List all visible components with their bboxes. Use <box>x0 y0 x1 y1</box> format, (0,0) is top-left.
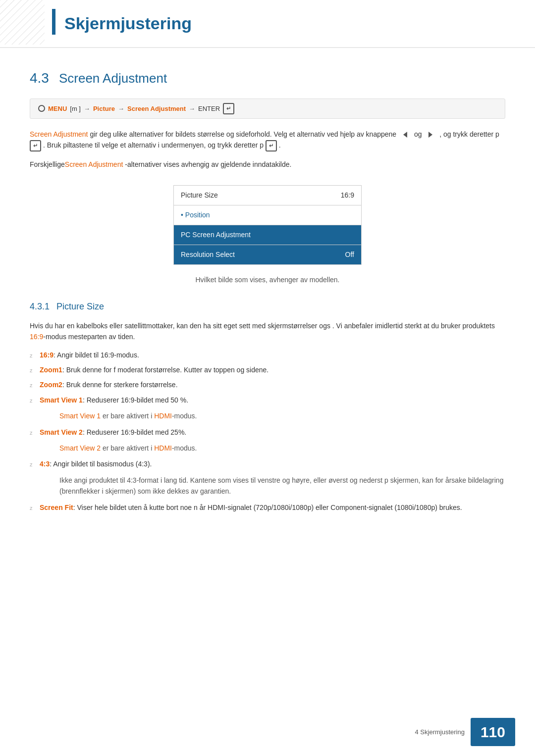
menu-circle-icon <box>38 105 45 112</box>
term-169: 16:9 <box>40 351 54 359</box>
list-item-zoom1: z Zoom1: Bruk denne for f moderat forstø… <box>30 364 505 375</box>
svg-rect-1 <box>0 0 45 45</box>
list-item-zoom2: z Zoom2: Bruk denne for sterkere forstør… <box>30 379 505 390</box>
section-number: 4.3 <box>30 68 49 89</box>
section-43-header: 4.3 Screen Adjustment <box>30 68 505 89</box>
term-zoom1: Zoom1 <box>40 366 62 374</box>
footer-chapter: 4 Skjermjustering <box>415 727 465 737</box>
sv1-note-hdmi: HDMI <box>154 412 172 420</box>
svg-marker-3 <box>428 132 432 138</box>
picture-size-list-4: z Screen Fit: Viser hele bildet uten å k… <box>30 502 505 513</box>
menu-row-label-position: • Position <box>181 210 210 220</box>
list-item-smartview1: z Smart View 1: Reduserer 16:9-bildet me… <box>30 395 505 405</box>
subsection-description: Hvis du har en kabelboks eller satellitt… <box>30 320 505 343</box>
desc1-text5: . <box>279 141 281 149</box>
desc2-term: Screen Adjustment <box>65 160 123 168</box>
menu-screen-adjustment: Screen Adjustment <box>127 104 186 114</box>
sv1-note-term: Smart View 1 <box>59 412 101 420</box>
svg-marker-2 <box>403 132 407 138</box>
menu-path: MENU [m ] → Picture → Screen Adjustment … <box>30 99 505 119</box>
picture-size-list: z 16:9: Angir bildet til 16:9-modus. z Z… <box>30 350 505 406</box>
menu-row-value-resolution: Off <box>345 250 354 260</box>
subnote-sv1: Smart View 1 er bare aktivert i HDMI-mod… <box>59 410 505 421</box>
list-item-screenfit: z Screen Fit: Viser hele bildet uten å k… <box>30 502 505 513</box>
desc1-term: Screen Adjustment <box>30 130 88 138</box>
menu-row-resolution: Resolution Select Off <box>174 245 361 264</box>
sv2-note-term: Smart View 2 <box>59 444 101 452</box>
desc1-og: og <box>414 130 424 138</box>
desc1-text1: gir deg ulike alternativer for bildets s… <box>90 130 396 138</box>
bullet-sv1: z <box>30 397 35 405</box>
subnote-43: Ikke angi produktet til 4:3-format i lan… <box>59 475 505 497</box>
menu-row-label-picture-size: Picture Size <box>181 190 218 201</box>
section-title: Screen Adjustment <box>59 69 167 88</box>
enter-icon-3: ↵ <box>266 140 277 152</box>
list-item-screenfit-text: Screen Fit: Viser hele bildet uten å kut… <box>40 502 462 513</box>
list-item-sv2-text: Smart View 2: Reduserer 16:9-bildet med … <box>40 427 186 438</box>
picture-size-list-3: z 4:3: Angir bildet til basismodus (4:3)… <box>30 458 505 469</box>
desc1-arrows <box>400 129 410 140</box>
page-title: Skjermjustering <box>64 11 192 36</box>
term-sv2: Smart View 2 <box>40 428 83 436</box>
list-item-169: z 16:9: Angir bildet til 16:9-modus. <box>30 350 505 360</box>
menu-row-pc-screen: PC Screen Adjustment <box>174 225 361 245</box>
desc1-text3: . Bruk piltastene til <box>43 141 102 149</box>
title-accent-bar <box>52 9 55 35</box>
enter-icon: ↵ <box>223 103 234 114</box>
description-2: ForskjelligeScreen Adjustment -alternati… <box>30 159 505 170</box>
menu-row-label-resolution: Resolution Select <box>181 250 235 260</box>
subnote-sv2: Smart View 2 er bare aktivert i HDMI-mod… <box>59 443 505 454</box>
description-1: Screen Adjustment gir deg ulike alternat… <box>30 129 505 152</box>
menu-table: Picture Size 16:9 • Position PC Screen A… <box>173 185 362 265</box>
list-item-169-text: 16:9: Angir bildet til 16:9-modus. <box>40 350 139 360</box>
menu-table-note: Hvilket bilde som vises, avhenger av mod… <box>30 275 505 285</box>
menu-arrow-2: → <box>118 104 124 114</box>
term-43: 4:3 <box>40 460 50 468</box>
desc1-text2: , og trykk deretter p <box>439 130 499 138</box>
list-item-smartview2: z Smart View 2: Reduserer 16:9-bildet me… <box>30 427 505 438</box>
term-zoom2: Zoom2 <box>40 381 62 389</box>
term-sv1: Smart View 1 <box>40 396 83 404</box>
menu-row-position: • Position <box>174 205 361 225</box>
footer-page-number: 110 <box>471 718 515 746</box>
list-item-zoom2-text: Zoom2: Bruk denne for sterkere forstørre… <box>40 379 178 390</box>
menu-arrow-3: → <box>189 104 195 114</box>
menu-enter-label: ENTER <box>198 104 220 114</box>
menu-row-picture-size: Picture Size 16:9 <box>174 186 361 205</box>
list-item-43: z 4:3: Angir bildet til basismodus (4:3)… <box>30 458 505 469</box>
list-item-43-text: 4:3: Angir bildet til basismodus (4:3). <box>40 458 152 469</box>
menu-arrow-1: → <box>84 104 90 114</box>
list-item-zoom1-text: Zoom1: Bruk denne for f moderat forstørr… <box>40 364 268 375</box>
subsection-title: Picture Size <box>56 300 104 313</box>
menu-bracket-m: [m ] <box>70 104 81 114</box>
list-item-sv1-text: Smart View 1: Reduserer 16:9-bildet med … <box>40 395 188 405</box>
bullet-zoom2: z <box>30 381 35 390</box>
bullet-screenfit: z <box>30 504 35 513</box>
menu-row-label-pc-screen: PC Screen Adjustment <box>181 230 251 240</box>
desc1-text4: velge et alternativ i undermenyen, og tr… <box>102 141 266 149</box>
bullet-zoom1: z <box>30 366 35 375</box>
menu-row-value-picture-size: 16:9 <box>341 190 354 201</box>
bullet-169: z <box>30 352 35 360</box>
bullet-43: z <box>30 460 35 469</box>
subsection-431-header: 4.3.1 Picture Size <box>30 300 505 313</box>
desc1-arrows2 <box>426 129 435 140</box>
enter-icon-2: ↵ <box>30 140 41 152</box>
page-footer: 4 Skjermjustering 110 <box>415 718 516 746</box>
bullet-sv2: z <box>30 429 35 438</box>
product-16-9: 16:9 <box>30 333 43 341</box>
menu-table-wrapper: Picture Size 16:9 • Position PC Screen A… <box>30 185 505 265</box>
sv2-note-hdmi: HDMI <box>154 444 172 452</box>
picture-size-list-2: z Smart View 2: Reduserer 16:9-bildet me… <box>30 427 505 438</box>
menu-picture: Picture <box>93 104 115 114</box>
subsection-number: 4.3.1 <box>30 300 50 313</box>
desc2-suffix: -alternativer vises avhengig av gjeldend… <box>123 160 291 168</box>
menu-label: MENU <box>48 104 67 114</box>
desc2-prefix: Forskjellige <box>30 160 65 168</box>
term-screenfit: Screen Fit <box>40 504 73 511</box>
